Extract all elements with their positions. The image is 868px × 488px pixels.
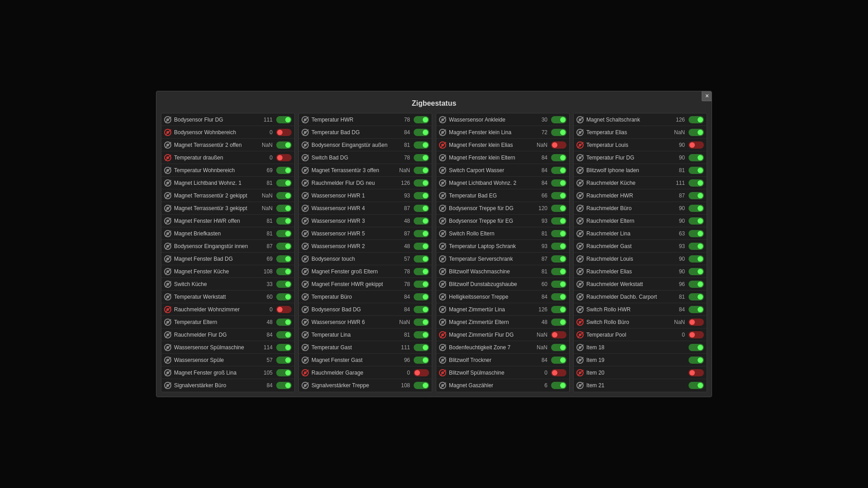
sensor-toggle[interactable] bbox=[276, 331, 292, 338]
sensor-toggle[interactable] bbox=[551, 268, 566, 275]
sensor-toggle[interactable] bbox=[276, 167, 292, 174]
sensor-value: 78 bbox=[397, 281, 410, 287]
sensor-toggle[interactable] bbox=[414, 179, 429, 187]
sensor-toggle[interactable] bbox=[689, 116, 704, 123]
sensor-toggle[interactable] bbox=[689, 255, 704, 263]
sensor-toggle[interactable] bbox=[414, 369, 429, 376]
sensor-toggle[interactable] bbox=[414, 230, 429, 237]
sensor-toggle[interactable] bbox=[414, 116, 429, 123]
sensor-toggle[interactable] bbox=[551, 205, 566, 212]
sensor-toggle[interactable] bbox=[276, 230, 292, 237]
sensor-toggle[interactable] bbox=[551, 230, 566, 237]
sensor-toggle[interactable] bbox=[551, 382, 566, 389]
sensor-toggle[interactable] bbox=[276, 319, 292, 326]
sensor-toggle[interactable] bbox=[276, 179, 292, 187]
sensor-toggle[interactable] bbox=[689, 369, 704, 376]
sensor-toggle[interactable] bbox=[414, 141, 429, 149]
sensor-toggle[interactable] bbox=[276, 205, 292, 212]
sensor-toggle[interactable] bbox=[551, 141, 566, 149]
sensor-toggle[interactable] bbox=[551, 179, 566, 187]
sensor-toggle[interactable] bbox=[414, 382, 429, 389]
sensor-toggle[interactable] bbox=[551, 293, 566, 300]
sensor-toggle[interactable] bbox=[689, 243, 704, 250]
sensor-toggle[interactable] bbox=[689, 344, 704, 351]
sensor-toggle[interactable] bbox=[276, 116, 292, 123]
sensor-toggle[interactable] bbox=[276, 154, 292, 161]
sensor-toggle[interactable] bbox=[276, 255, 292, 263]
sensor-value: 0 bbox=[260, 155, 273, 161]
sensor-toggle[interactable] bbox=[551, 331, 566, 338]
sensor-toggle[interactable] bbox=[276, 281, 292, 288]
sensor-toggle[interactable] bbox=[276, 217, 292, 225]
sensor-toggle[interactable] bbox=[551, 243, 566, 250]
sensor-toggle[interactable] bbox=[414, 255, 429, 263]
sensor-toggle[interactable] bbox=[276, 192, 292, 199]
sensor-toggle[interactable] bbox=[689, 357, 704, 364]
sensor-toggle[interactable] bbox=[689, 167, 704, 174]
sensor-toggle[interactable] bbox=[551, 344, 566, 351]
sensor-name: Switch Bad DG bbox=[311, 155, 396, 161]
sensor-toggle[interactable] bbox=[414, 281, 429, 288]
sensor-toggle[interactable] bbox=[276, 369, 292, 376]
sensor-toggle[interactable] bbox=[276, 344, 292, 351]
sensor-toggle[interactable] bbox=[551, 116, 566, 123]
sensor-toggle[interactable] bbox=[689, 230, 704, 237]
sensor-toggle[interactable] bbox=[414, 129, 429, 136]
sensor-toggle[interactable] bbox=[276, 129, 292, 136]
sensor-toggle[interactable] bbox=[689, 141, 704, 149]
sensor-toggle[interactable] bbox=[276, 306, 292, 313]
sensor-toggle[interactable] bbox=[276, 357, 292, 364]
sensor-toggle[interactable] bbox=[414, 306, 429, 313]
sensor-toggle[interactable] bbox=[689, 154, 704, 161]
sensor-value: 84 bbox=[397, 129, 410, 136]
sensor-toggle[interactable] bbox=[414, 243, 429, 250]
sensor-toggle[interactable] bbox=[414, 293, 429, 300]
sensor-toggle[interactable] bbox=[276, 141, 292, 149]
sensor-toggle[interactable] bbox=[414, 154, 429, 161]
sensor-toggle[interactable] bbox=[276, 268, 292, 275]
sensor-toggle[interactable] bbox=[551, 154, 566, 161]
sensor-value: 69 bbox=[260, 167, 273, 174]
sensor-toggle[interactable] bbox=[276, 243, 292, 250]
sensor-toggle[interactable] bbox=[414, 167, 429, 174]
sensor-toggle[interactable] bbox=[689, 217, 704, 225]
sensor-toggle[interactable] bbox=[689, 331, 704, 338]
sensor-name: Signalverstärker Treppe bbox=[311, 382, 396, 389]
sensor-toggle[interactable] bbox=[551, 192, 566, 199]
sensor-toggle[interactable] bbox=[551, 217, 566, 225]
sensor-toggle[interactable] bbox=[551, 281, 566, 288]
sensor-icon bbox=[302, 205, 309, 212]
sensor-toggle[interactable] bbox=[414, 319, 429, 326]
sensor-toggle[interactable] bbox=[551, 357, 566, 364]
sensor-toggle[interactable] bbox=[551, 129, 566, 136]
sensor-toggle[interactable] bbox=[414, 217, 429, 225]
sensor-toggle[interactable] bbox=[414, 205, 429, 212]
sensor-toggle[interactable] bbox=[414, 331, 429, 338]
sensor-toggle[interactable] bbox=[689, 179, 704, 187]
sensor-toggle[interactable] bbox=[276, 382, 292, 389]
sensor-toggle[interactable] bbox=[551, 319, 566, 326]
sensor-toggle[interactable] bbox=[689, 293, 704, 300]
sensor-toggle[interactable] bbox=[689, 268, 704, 275]
sensor-toggle[interactable] bbox=[414, 344, 429, 351]
sensor-toggle[interactable] bbox=[689, 129, 704, 136]
sensor-value: 78 bbox=[397, 155, 410, 161]
sensor-toggle[interactable] bbox=[551, 369, 566, 376]
sensor-toggle[interactable] bbox=[414, 192, 429, 199]
sensor-toggle[interactable] bbox=[689, 192, 704, 199]
toggle-knob bbox=[285, 269, 291, 274]
sensor-name: Wassersensor Spülmaschine bbox=[174, 344, 258, 351]
sensor-toggle[interactable] bbox=[551, 306, 566, 313]
sensor-toggle[interactable] bbox=[689, 382, 704, 389]
sensor-toggle[interactable] bbox=[276, 293, 292, 300]
sensor-toggle[interactable] bbox=[689, 319, 704, 326]
sensor-toggle[interactable] bbox=[689, 205, 704, 212]
sensor-toggle[interactable] bbox=[414, 268, 429, 275]
sensor-toggle[interactable] bbox=[551, 167, 566, 174]
toggle-knob bbox=[560, 294, 566, 300]
sensor-toggle[interactable] bbox=[551, 255, 566, 263]
sensor-value: 81 bbox=[535, 230, 547, 237]
sensor-toggle[interactable] bbox=[689, 306, 704, 313]
sensor-toggle[interactable] bbox=[689, 281, 704, 288]
sensor-toggle[interactable] bbox=[414, 357, 429, 364]
